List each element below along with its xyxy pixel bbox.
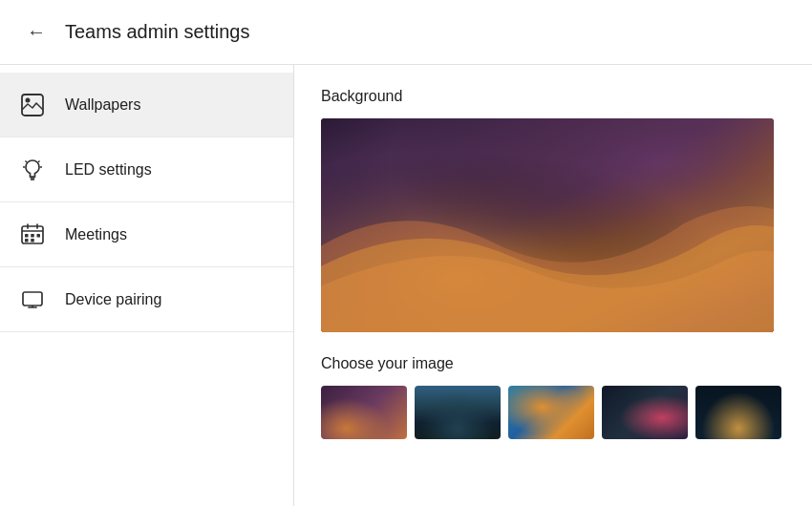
page-title: Teams admin settings [65,21,249,43]
svg-rect-15 [25,239,29,242]
led-icon [19,157,46,183]
thumbnail-1[interactable] [321,386,407,439]
sidebar-item-led-settings[interactable]: LED settings [0,137,293,202]
content-area: Background [294,65,812,506]
wave-overlay [321,118,774,332]
wallpapers-icon [19,92,46,118]
background-label: Background [321,88,785,105]
thumbnail-5[interactable] [695,386,781,439]
back-button[interactable]: ← [19,13,53,51]
thumbnail-4[interactable] [602,386,688,439]
svg-rect-0 [22,95,43,116]
svg-rect-14 [37,234,41,238]
thumbnail-3[interactable] [508,386,594,439]
choose-image-label: Choose your image [321,355,785,372]
svg-line-6 [26,160,28,162]
background-preview [321,118,774,332]
header: ← Teams admin settings [0,0,812,65]
background-image [321,118,774,332]
sidebar-item-led-label: LED settings [65,161,152,179]
svg-rect-17 [23,292,42,306]
sidebar-item-device-pairing[interactable]: Device pairing [0,267,293,332]
sidebar-item-wallpapers-label: Wallpapers [65,96,140,114]
sidebar-item-meetings-label: Meetings [65,226,127,243]
device-icon [19,286,46,313]
sidebar-item-device-pairing-label: Device pairing [65,291,161,308]
meetings-icon [19,221,46,248]
sidebar-item-wallpapers[interactable]: Wallpapers [0,73,293,137]
svg-rect-16 [31,239,34,242]
sidebar: Wallpapers LED settings [0,65,294,506]
svg-rect-13 [31,234,34,238]
sidebar-item-meetings[interactable]: Meetings [0,202,293,267]
svg-line-7 [38,160,40,162]
main-layout: Wallpapers LED settings [0,65,812,506]
back-arrow-icon: ← [27,21,46,43]
svg-rect-12 [25,234,29,238]
thumbnail-list [321,386,785,439]
svg-point-1 [26,97,31,102]
thumbnail-2[interactable] [415,386,501,439]
